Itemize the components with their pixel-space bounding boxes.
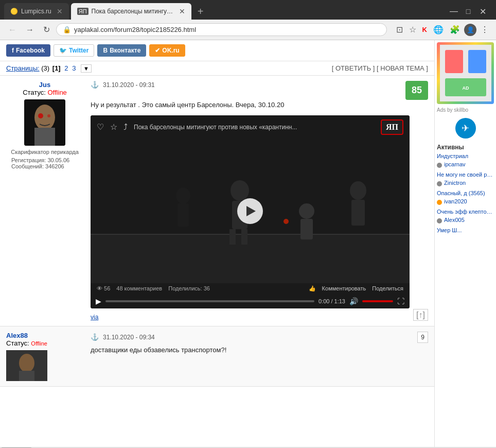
sidebar-link-4[interactable]: Очень эфф клептоман Alex005: [437, 209, 494, 225]
forward-button[interactable]: →: [23, 24, 37, 36]
browser-chrome: 🟡 Lumpics.ru ✕ ЯП Пока барселонцы митинг…: [0, 0, 496, 40]
top-ad-banner[interactable]: AD: [437, 42, 494, 104]
telegram-section: ✈: [437, 116, 494, 141]
volume-button[interactable]: 🔊: [349, 297, 358, 305]
user3-name[interactable]: ivan2020: [444, 198, 467, 204]
profile-icon[interactable]: 👤: [464, 24, 476, 36]
user1-row: ipcarnav: [437, 161, 494, 169]
star-icon[interactable]: ☆: [110, 122, 117, 132]
tab1-close[interactable]: ✕: [57, 7, 63, 15]
sidebar-link-3[interactable]: Опасный, д (3565) ivan2020: [437, 190, 494, 206]
share-icon[interactable]: ⤴: [123, 123, 128, 132]
sidebar-link-5[interactable]: Умер Ш...: [437, 227, 494, 233]
maximize-button[interactable]: □: [463, 6, 473, 16]
page3-link[interactable]: 3: [72, 64, 76, 72]
avatar1-image: [24, 99, 65, 146]
heart-icon[interactable]: ♡: [97, 122, 104, 132]
address-bar[interactable]: 🔒 yaplakal.com/forum28/topic2185226.html: [56, 23, 387, 36]
screen-capture-icon[interactable]: ⊡: [394, 23, 405, 37]
title-bar: 🟡 Lumpics.ru ✕ ЯП Пока барселонцы митинг…: [0, 0, 496, 20]
tab2-close[interactable]: ✕: [179, 7, 185, 15]
page1-link[interactable]: [1]: [52, 64, 61, 72]
link4-text[interactable]: Очень эфф клептоман: [437, 209, 494, 215]
link5-text[interactable]: Умер Ш...: [437, 227, 494, 233]
post1-via[interactable]: via: [91, 314, 428, 321]
user2-name[interactable]: Zinictron: [444, 180, 466, 186]
link3-text[interactable]: Опасный, д (3565): [437, 190, 494, 196]
address-text: yaplakal.com/forum28/topic2185226.html: [74, 26, 380, 33]
tab-lumpics[interactable]: 🟡 Lumpics.ru ✕: [4, 3, 69, 20]
play-control-button[interactable]: ▶: [96, 297, 101, 305]
yap-badge: ЯП: [381, 119, 403, 135]
back-button[interactable]: ←: [5, 24, 20, 36]
svg-rect-25: [468, 50, 486, 73]
reply-button[interactable]: [ ОТВЕТИТЬ ]: [332, 64, 375, 72]
author2-status-label: Статус:: [6, 339, 29, 347]
bookmark-icon[interactable]: ☆: [407, 23, 418, 37]
progress-bar[interactable]: [105, 300, 314, 302]
link1-text[interactable]: Индустриал: [437, 153, 494, 159]
translate-icon[interactable]: 🌐: [431, 23, 446, 37]
post2-header: ⚓ 31.10.2020 - 09:34 9: [91, 332, 428, 343]
lock-icon: 🔒: [63, 26, 71, 33]
svg-rect-2: [34, 128, 55, 146]
action-comment[interactable]: Комментировать: [322, 285, 366, 291]
author2-status: Offline: [31, 340, 47, 347]
telegram-icon[interactable]: ✈: [455, 118, 476, 139]
volume-bar[interactable]: [362, 300, 393, 302]
play-button[interactable]: [237, 198, 263, 224]
svg-point-21: [19, 354, 34, 372]
quote-icon[interactable]: [↑]: [413, 309, 428, 321]
vkontakte-button[interactable]: В Вконтакте: [97, 44, 146, 57]
navigation-bar: ← → ↻ 🔒 yaplakal.com/forum28/topic218522…: [0, 20, 496, 40]
author1-name[interactable]: Jus: [6, 81, 83, 89]
fullscreen-button[interactable]: ⛶: [397, 297, 404, 305]
twitter-button[interactable]: 🐦 Twitter: [54, 44, 94, 57]
anchor-icon2: ⚓: [91, 333, 99, 341]
post2-score[interactable]: 9: [417, 332, 428, 343]
video-frame[interactable]: [91, 139, 410, 283]
action-buttons: [ ОТВЕТИТЬ ] [ НОВАЯ ТЕМА ]: [332, 64, 428, 72]
post1-score[interactable]: 85: [405, 81, 428, 100]
author1-status: Offline: [48, 89, 67, 96]
sidebar-link-2[interactable]: Не могу не своей радо Zinictron: [437, 171, 494, 188]
svg-rect-24: [445, 50, 463, 73]
sidebar-link-1[interactable]: Индустриал ipcarnav: [437, 153, 494, 169]
svg-point-17: [176, 187, 190, 204]
svg-point-4: [47, 114, 50, 117]
video-player[interactable]: ♡ ☆ ⤴ Пока барселонцы митингуют против н…: [91, 115, 410, 308]
svg-point-19: [284, 219, 289, 224]
action-like[interactable]: 👍: [309, 285, 316, 292]
author2-status-wrapper: Статус: Offline: [6, 339, 83, 347]
ok-icon: ✔: [155, 47, 160, 54]
user4-name[interactable]: Alex005: [444, 217, 465, 223]
twitter-icon: 🐦: [59, 47, 67, 54]
post2-date: 31.10.2020 - 09:34: [103, 334, 155, 341]
new-tab-button[interactable]: +: [193, 4, 208, 19]
author1-status-label: Статус:: [23, 89, 46, 96]
action-share[interactable]: Поделиться: [372, 285, 403, 291]
tab-yaplakal[interactable]: ЯП Пока барселонцы митингуют п... ✕: [71, 3, 191, 20]
menu-icon[interactable]: ⋮: [479, 23, 491, 37]
author2-name[interactable]: Alex88: [6, 332, 83, 339]
pagination-arrow: ▼: [81, 64, 92, 73]
user1-name[interactable]: ipcarnav: [444, 161, 466, 167]
close-button[interactable]: ✕: [477, 6, 488, 16]
reg-label: Регистрация: 30.05.06: [11, 157, 83, 163]
post1-quote-area: [↑]: [413, 311, 428, 320]
page2-link[interactable]: 2: [64, 64, 68, 72]
new-topic-button[interactable]: [ НОВАЯ ТЕМА ]: [377, 64, 428, 72]
facebook-button[interactable]: f Facebook: [6, 44, 50, 57]
refresh-button[interactable]: ↻: [40, 24, 53, 36]
link2-text[interactable]: Не могу не своей радо: [437, 171, 494, 178]
user2-icon: [437, 181, 442, 186]
posts-label: Сообщений: 346206: [11, 163, 83, 169]
minimize-button[interactable]: —: [449, 6, 459, 16]
view-count: 👁 56: [97, 285, 110, 291]
svg-rect-14: [300, 219, 313, 239]
ok-button[interactable]: ✔ OK.ru: [149, 44, 185, 57]
video-toolbar: ♡ ☆ ⤴ Пока барселонцы митингуют против н…: [91, 115, 410, 139]
extensions-icon[interactable]: 🧩: [448, 23, 462, 37]
kaspersky-icon[interactable]: K: [420, 24, 429, 36]
author2-avatar: [6, 350, 47, 381]
